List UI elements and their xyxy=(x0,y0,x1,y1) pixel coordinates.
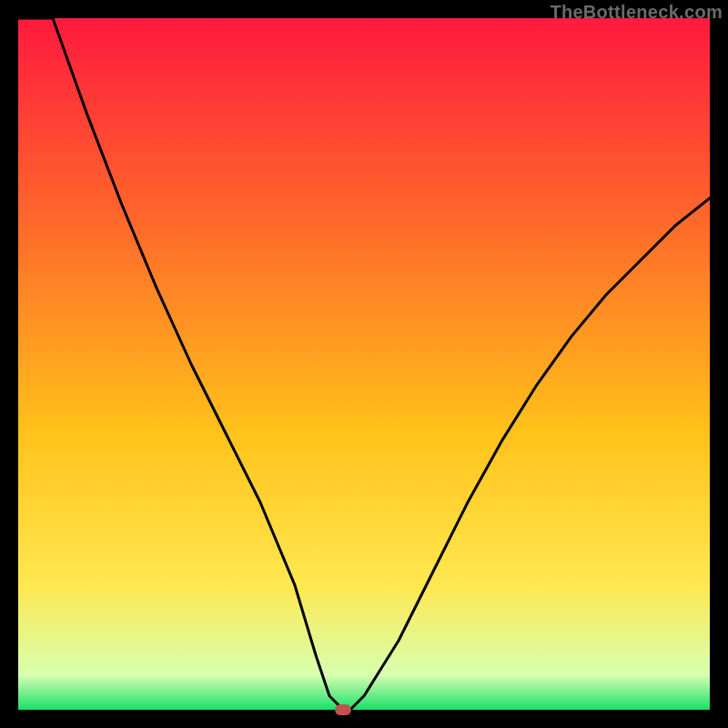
bottleneck-curve xyxy=(18,18,710,710)
optimum-marker xyxy=(335,704,351,715)
chart-container: TheBottleneck.com xyxy=(0,0,728,728)
plot-area xyxy=(18,18,710,710)
